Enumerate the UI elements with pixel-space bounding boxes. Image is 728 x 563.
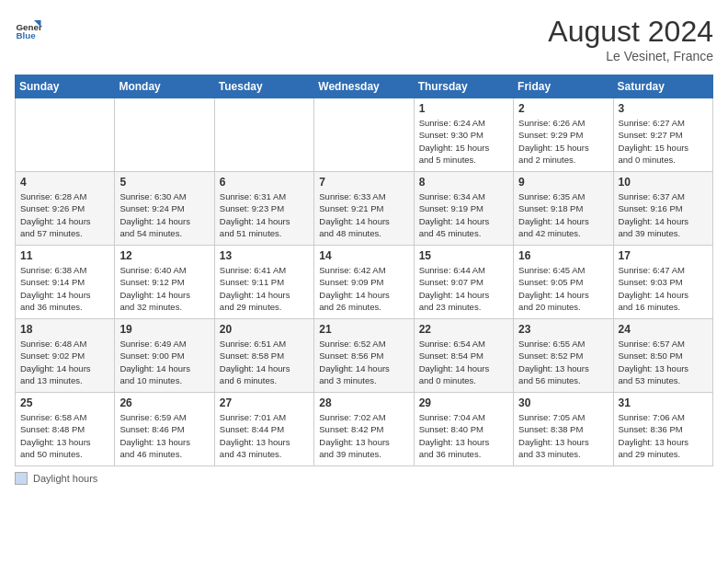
day-number: 19 [119,323,209,336]
weekday-header: Sunday [16,75,115,98]
day-number: 7 [319,176,408,189]
calendar-cell: 4Sunrise: 6:28 AM Sunset: 9:26 PM Daylig… [16,172,115,246]
day-number: 8 [419,176,508,189]
cell-info: Sunrise: 6:59 AM Sunset: 8:46 PM Dayligh… [119,411,209,460]
calendar-cell [314,98,414,172]
day-number: 27 [220,396,309,409]
weekday-header: Tuesday [214,75,313,98]
weekday-header-row: SundayMondayTuesdayWednesdayThursdayFrid… [16,75,713,98]
calendar-cell: 2Sunrise: 6:26 AM Sunset: 9:29 PM Daylig… [514,98,613,172]
day-number: 18 [20,323,109,336]
day-number: 28 [319,396,408,409]
cell-info: Sunrise: 6:48 AM Sunset: 9:02 PM Dayligh… [20,338,109,386]
day-number: 21 [319,323,408,336]
cell-info: Sunrise: 6:31 AM Sunset: 9:23 PM Dayligh… [220,190,309,239]
cell-info: Sunrise: 7:02 AM Sunset: 8:42 PM Dayligh… [319,411,408,460]
cell-info: Sunrise: 6:49 AM Sunset: 9:00 PM Dayligh… [119,338,209,386]
cell-info: Sunrise: 6:52 AM Sunset: 8:56 PM Dayligh… [319,338,408,386]
day-number: 9 [518,176,608,189]
weekday-header: Wednesday [314,75,414,98]
calendar-cell: 30Sunrise: 7:05 AM Sunset: 8:38 PM Dayli… [514,393,613,466]
cell-info: Sunrise: 6:28 AM Sunset: 9:26 PM Dayligh… [20,190,109,239]
calendar-cell: 8Sunrise: 6:34 AM Sunset: 9:19 PM Daylig… [414,172,513,246]
day-number: 12 [119,249,209,262]
calendar-week-row: 18Sunrise: 6:48 AM Sunset: 9:02 PM Dayli… [16,319,713,393]
calendar-cell: 25Sunrise: 6:58 AM Sunset: 8:48 PM Dayli… [16,393,115,466]
calendar-cell: 16Sunrise: 6:45 AM Sunset: 9:05 PM Dayli… [514,246,613,319]
calendar-cell: 20Sunrise: 6:51 AM Sunset: 8:58 PM Dayli… [214,319,313,393]
cell-info: Sunrise: 6:45 AM Sunset: 9:05 PM Dayligh… [518,264,608,313]
calendar-cell [16,98,115,172]
calendar-cell: 31Sunrise: 7:06 AM Sunset: 8:36 PM Dayli… [613,393,712,466]
calendar-cell: 1Sunrise: 6:24 AM Sunset: 9:30 PM Daylig… [414,98,513,172]
calendar-cell: 13Sunrise: 6:41 AM Sunset: 9:11 PM Dayli… [214,246,313,319]
weekday-header: Monday [115,75,214,98]
day-number: 23 [518,323,608,336]
cell-info: Sunrise: 6:33 AM Sunset: 9:21 PM Dayligh… [319,190,408,239]
day-number: 2 [518,102,608,115]
day-number: 14 [319,249,408,262]
calendar-cell: 6Sunrise: 6:31 AM Sunset: 9:23 PM Daylig… [214,172,313,246]
calendar-cell [115,98,214,172]
day-number: 3 [619,102,708,115]
day-number: 22 [419,323,508,336]
calendar-cell: 17Sunrise: 6:47 AM Sunset: 9:03 PM Dayli… [613,246,712,319]
day-number: 10 [619,176,708,189]
calendar-cell: 14Sunrise: 6:42 AM Sunset: 9:09 PM Dayli… [314,246,414,319]
cell-info: Sunrise: 6:55 AM Sunset: 8:52 PM Dayligh… [518,338,608,386]
month-title: August 2024 [548,15,713,49]
day-number: 25 [20,396,109,409]
calendar-cell: 24Sunrise: 6:57 AM Sunset: 8:50 PM Dayli… [613,319,712,393]
cell-info: Sunrise: 7:04 AM Sunset: 8:40 PM Dayligh… [419,411,508,460]
calendar-cell: 19Sunrise: 6:49 AM Sunset: 9:00 PM Dayli… [115,319,214,393]
cell-info: Sunrise: 6:51 AM Sunset: 8:58 PM Dayligh… [220,338,309,386]
calendar-cell: 10Sunrise: 6:37 AM Sunset: 9:16 PM Dayli… [613,172,712,246]
cell-info: Sunrise: 6:44 AM Sunset: 9:07 PM Dayligh… [419,264,508,313]
legend: Daylight hours [15,472,713,485]
day-number: 15 [419,249,508,262]
cell-info: Sunrise: 7:06 AM Sunset: 8:36 PM Dayligh… [619,411,708,460]
cell-info: Sunrise: 6:27 AM Sunset: 9:27 PM Dayligh… [619,117,708,166]
cell-info: Sunrise: 6:47 AM Sunset: 9:03 PM Dayligh… [619,264,708,313]
cell-info: Sunrise: 6:40 AM Sunset: 9:12 PM Dayligh… [119,264,209,313]
day-number: 4 [20,176,109,189]
cell-info: Sunrise: 6:54 AM Sunset: 8:54 PM Dayligh… [419,338,508,386]
legend-box [15,472,28,485]
svg-text:Blue: Blue [17,30,37,40]
calendar-cell: 23Sunrise: 6:55 AM Sunset: 8:52 PM Dayli… [514,319,613,393]
cell-info: Sunrise: 6:24 AM Sunset: 9:30 PM Dayligh… [419,117,508,166]
title-block: August 2024 Le Vesinet, France [548,15,713,63]
cell-info: Sunrise: 6:57 AM Sunset: 8:50 PM Dayligh… [619,338,708,386]
cell-info: Sunrise: 6:37 AM Sunset: 9:16 PM Dayligh… [619,190,708,239]
calendar-table: SundayMondayTuesdayWednesdayThursdayFrid… [15,75,713,466]
day-number: 6 [220,176,309,189]
calendar-cell: 3Sunrise: 6:27 AM Sunset: 9:27 PM Daylig… [613,98,712,172]
calendar-cell: 26Sunrise: 6:59 AM Sunset: 8:46 PM Dayli… [115,393,214,466]
calendar-cell: 29Sunrise: 7:04 AM Sunset: 8:40 PM Dayli… [414,393,513,466]
weekday-header: Friday [514,75,613,98]
calendar-week-row: 11Sunrise: 6:38 AM Sunset: 9:14 PM Dayli… [16,246,713,319]
location: Le Vesinet, France [548,49,713,63]
day-number: 13 [220,249,309,262]
day-number: 20 [220,323,309,336]
legend-label: Daylight hours [33,473,97,484]
day-number: 1 [419,102,508,115]
day-number: 11 [20,249,109,262]
calendar-cell: 12Sunrise: 6:40 AM Sunset: 9:12 PM Dayli… [115,246,214,319]
calendar-cell: 7Sunrise: 6:33 AM Sunset: 9:21 PM Daylig… [314,172,414,246]
calendar-cell: 5Sunrise: 6:30 AM Sunset: 9:24 PM Daylig… [115,172,214,246]
cell-info: Sunrise: 6:42 AM Sunset: 9:09 PM Dayligh… [319,264,408,313]
day-number: 16 [518,249,608,262]
day-number: 5 [119,176,209,189]
calendar-cell: 21Sunrise: 6:52 AM Sunset: 8:56 PM Dayli… [314,319,414,393]
calendar-cell: 28Sunrise: 7:02 AM Sunset: 8:42 PM Dayli… [314,393,414,466]
logo-icon: General Blue [15,15,42,42]
calendar-week-row: 25Sunrise: 6:58 AM Sunset: 8:48 PM Dayli… [16,393,713,466]
calendar-cell: 27Sunrise: 7:01 AM Sunset: 8:44 PM Dayli… [214,393,313,466]
page-header: General Blue August 2024 Le Vesinet, Fra… [15,15,713,63]
cell-info: Sunrise: 6:30 AM Sunset: 9:24 PM Dayligh… [119,190,209,239]
day-number: 17 [619,249,708,262]
day-number: 30 [518,396,608,409]
calendar-cell [214,98,313,172]
day-number: 31 [619,396,708,409]
